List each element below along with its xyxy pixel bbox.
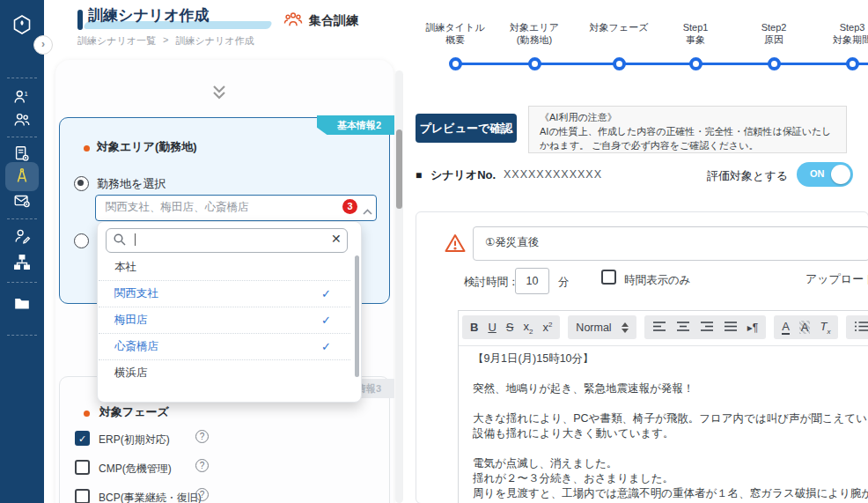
breadcrumb: 訓練シナリオ一覧 > 訓練シナリオ作成 bbox=[77, 34, 254, 48]
format-select-arrows-icon[interactable] bbox=[622, 322, 629, 333]
time-only-label: 時間表示のみ bbox=[624, 273, 691, 288]
toolbar-group-align: ▸¶ bbox=[644, 315, 766, 339]
sidebar-divider bbox=[7, 78, 37, 78]
selected-count-badge: 3 bbox=[342, 199, 357, 214]
step-dot[interactable] bbox=[449, 57, 462, 70]
time-label: 検討時間： bbox=[464, 275, 519, 290]
align-justify-button[interactable] bbox=[724, 321, 738, 335]
group-people-icon bbox=[283, 11, 303, 31]
worksite-radio-selected[interactable] bbox=[74, 176, 89, 191]
bcp-checkbox-label: BCP(事業継続・復旧) bbox=[99, 491, 202, 503]
dropdown-option[interactable]: 横浜店 bbox=[99, 359, 350, 386]
area-section-label: 対象エリア(勤務地) bbox=[97, 139, 197, 155]
editor-content[interactable]: 【9月1日(月)15時10分】 突然、地鳴りが起き、緊急地震速報が発報！ 大きな… bbox=[473, 351, 868, 501]
panel-scrollbar-thumb[interactable] bbox=[396, 129, 402, 209]
bold-button[interactable]: B bbox=[470, 321, 478, 334]
chevron-up-icon[interactable] bbox=[363, 203, 372, 218]
step-dot[interactable] bbox=[846, 57, 859, 70]
editor-line: 設備も揺れにより大きく動いています。 bbox=[473, 426, 868, 441]
sidebar-divider bbox=[7, 335, 37, 336]
dropdown-option[interactable]: 本社 bbox=[99, 254, 350, 281]
group-training-label: 集合訓練 bbox=[309, 13, 358, 29]
bullet-list-button[interactable] bbox=[854, 321, 868, 335]
toggle-state-text: ON bbox=[810, 168, 825, 179]
help-icon[interactable]: ? bbox=[195, 459, 209, 472]
preview-button[interactable]: プレビューで確認 bbox=[416, 114, 517, 143]
help-icon[interactable]: ? bbox=[195, 430, 209, 443]
sidebar-divider bbox=[7, 282, 37, 283]
toolbar-group-paragraph: Normal bbox=[568, 315, 636, 339]
align-center-button[interactable] bbox=[676, 321, 690, 335]
toolbar-group-color: A A Tx bbox=[774, 315, 838, 339]
underline-button[interactable]: U bbox=[488, 321, 496, 334]
eval-toggle-label: 評価対象とする bbox=[695, 168, 788, 184]
sidebar-item-user-icon[interactable]: 1 bbox=[11, 86, 33, 107]
breadcrumb-separator: > bbox=[163, 34, 168, 48]
strikethrough-button[interactable]: S bbox=[506, 321, 514, 334]
step-dot[interactable] bbox=[689, 57, 702, 70]
worksite-select-value: 関西支社、梅田店、心斎橋店 bbox=[106, 200, 249, 215]
sidebar-item-users-icon[interactable] bbox=[11, 109, 33, 130]
clear-format-button[interactable]: Tx bbox=[820, 320, 830, 336]
second-option-radio[interactable] bbox=[74, 233, 89, 248]
step-dot[interactable] bbox=[528, 57, 541, 70]
help-icon[interactable]: ? bbox=[195, 488, 209, 501]
clear-search-icon[interactable]: ✕ bbox=[331, 232, 342, 246]
erp-checkbox-label: ERP(初期対応) bbox=[99, 433, 170, 448]
warning-icon bbox=[445, 233, 466, 256]
breadcrumb-item[interactable]: 訓練シナリオ一覧 bbox=[77, 34, 156, 48]
breadcrumb-item-current: 訓練シナリオ作成 bbox=[175, 34, 254, 48]
svg-text:1: 1 bbox=[25, 91, 28, 97]
time-only-checkbox[interactable] bbox=[601, 270, 616, 285]
scenario-no-label: シナリオNo. bbox=[430, 167, 496, 183]
highlight-color-button[interactable]: A bbox=[799, 321, 811, 334]
text-direction-button[interactable]: ▸¶ bbox=[747, 322, 758, 334]
sidebar-item-user-edit-icon[interactable] bbox=[11, 226, 33, 247]
toggle-knob bbox=[831, 165, 850, 184]
time-input[interactable]: 10 bbox=[515, 268, 549, 294]
sidebar-item-mail-settings-icon[interactable] bbox=[11, 190, 33, 211]
dropdown-search-input[interactable] bbox=[106, 228, 348, 253]
sidebar: 1 bbox=[0, 0, 44, 503]
editor-line: 大きな揺れにより、PCや書類、椅子が飛散。フロア内では叫び声が聞こえています。 bbox=[473, 411, 868, 426]
editor-line: 揺れが２〜３分続き、おさまりました。 bbox=[473, 471, 868, 486]
superscript-button[interactable]: x2 bbox=[542, 321, 552, 334]
toolbar-group-format: B U S x2 x2 bbox=[462, 315, 560, 339]
dropdown-scrollbar-thumb[interactable] bbox=[355, 255, 359, 377]
sidebar-item-org-chart-icon[interactable] bbox=[11, 252, 33, 273]
erp-checkbox-checked[interactable]: ✓ bbox=[75, 431, 90, 446]
title-accent-bar bbox=[77, 10, 83, 30]
step-dot[interactable] bbox=[613, 57, 626, 70]
eval-toggle-on[interactable]: ON bbox=[797, 162, 853, 187]
bcp-checkbox[interactable] bbox=[75, 489, 90, 503]
sidebar-item-training-compass-icon[interactable] bbox=[11, 166, 33, 187]
editor-line: 【9月1日(月)15時10分】 bbox=[473, 351, 868, 366]
dropdown-option-selected[interactable]: 関西支社 ✓ bbox=[99, 280, 350, 307]
align-right-button[interactable] bbox=[700, 321, 714, 335]
check-icon: ✓ bbox=[321, 314, 331, 327]
editor-line bbox=[473, 396, 868, 411]
cmp-checkbox-label: CMP(危機管理) bbox=[99, 462, 172, 477]
text-color-button[interactable]: A bbox=[782, 321, 790, 335]
sidebar-collapse-button[interactable]: › bbox=[33, 35, 53, 55]
format-select[interactable]: Normal bbox=[576, 322, 611, 334]
toolbar-divider bbox=[459, 345, 868, 346]
editor-line: 突然、地鳴りが起き、緊急地震速報が発報！ bbox=[473, 381, 868, 396]
time-unit-label: 分 bbox=[558, 275, 570, 290]
phase-title-value: ①発災直後 bbox=[485, 235, 539, 250]
scenario-no-value: XXXXXXXXXXXX bbox=[504, 168, 602, 181]
scroll-down-double-chevron-icon[interactable] bbox=[210, 83, 229, 106]
cmp-checkbox[interactable] bbox=[75, 460, 90, 475]
editor-line bbox=[473, 366, 868, 381]
sidebar-divider bbox=[7, 218, 37, 219]
sidebar-item-folder-icon[interactable] bbox=[11, 292, 33, 314]
step-dot[interactable] bbox=[768, 57, 781, 70]
app-logo-icon[interactable] bbox=[11, 14, 33, 35]
subscript-button[interactable]: x2 bbox=[523, 320, 533, 336]
upload-image-link[interactable]: アップロード画像 bbox=[805, 271, 868, 287]
dropdown-option-selected[interactable]: 心斎橋店 ✓ bbox=[99, 333, 350, 360]
ai-notice-title: 《AI利用の注意》 bbox=[540, 111, 835, 125]
dropdown-option-selected[interactable]: 梅田店 ✓ bbox=[99, 307, 350, 334]
required-bullet-icon bbox=[84, 145, 90, 152]
align-left-button[interactable] bbox=[652, 321, 666, 335]
